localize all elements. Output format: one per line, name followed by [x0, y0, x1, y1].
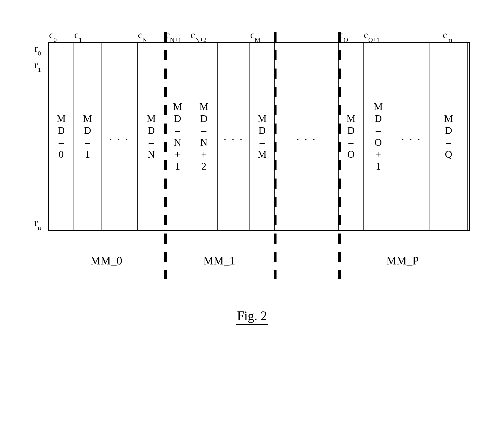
ellipsis-icon: . . .: [393, 131, 430, 143]
col-mdM: MD–M: [250, 43, 275, 230]
row-label-rn: rn: [34, 216, 41, 233]
module-label-mm1: MM_1: [164, 254, 274, 267]
column-labels-row: c0 c1 cN cN+1 cN+2 cM cO cO+1 cm: [48, 28, 470, 42]
col-label-cN1: cN+1: [164, 29, 190, 42]
col-md0: MD–0: [49, 43, 74, 230]
col-mdQ: MD–Q: [430, 43, 468, 230]
cell-mdN1: MD–N+1: [173, 101, 182, 172]
col-label-c1: c1: [73, 29, 101, 42]
cell-mdQ: MD–Q: [444, 113, 453, 160]
figure-caption: Fig. 2: [34, 308, 470, 325]
memory-grid: MD–0 MD–1 . . . MD–N MD–N+1: [48, 42, 470, 231]
cell-md0: MD–0: [56, 113, 66, 160]
row-labels: r0 r1 rn: [34, 42, 48, 75]
row-label-r0: r0: [34, 42, 48, 58]
cell-mdM: MD–M: [258, 113, 266, 160]
col-mdN1: MD–N+1: [165, 43, 190, 230]
module-labels-row: MM_0 MM_1 MM_P: [48, 254, 470, 267]
col-mdN2: MD–N+2: [190, 43, 218, 230]
col-label-cM: cM: [249, 29, 274, 42]
row-label-r1: r1: [34, 58, 48, 75]
col-ellipsis-1: . . .: [101, 43, 138, 230]
col-label-cO1: cO+1: [363, 29, 393, 42]
col-mdN: MD–N: [138, 43, 165, 230]
col-mdO: MD–O: [339, 43, 364, 230]
col-ellipsis-4: . . .: [393, 43, 430, 230]
ellipsis-icon: . . .: [101, 131, 137, 143]
memory-diagram: c0 c1 cN cN+1 cN+2 cM cO cO+1 cm r0 r1 r…: [34, 28, 470, 325]
ellipsis-icon: . . .: [275, 131, 338, 143]
col-label-cO: cO: [338, 29, 363, 42]
col-label-c0: c0: [48, 29, 73, 42]
cell-mdN2: MD–N+2: [199, 101, 208, 172]
col-ellipsis-3: . . .: [275, 43, 339, 230]
page: c0 c1 cN cN+1 cN+2 cM cO cO+1 cm r0 r1 r…: [0, 0, 504, 440]
module-label-mm0: MM_0: [48, 254, 164, 267]
cell-mdO1: MD–O+1: [374, 101, 382, 172]
col-label-cm: cm: [429, 29, 454, 42]
cell-md1: MD–1: [83, 113, 92, 160]
col-md1: MD–1: [74, 43, 101, 230]
cell-mdN: MD–N: [147, 113, 156, 160]
col-label-cN: cN: [137, 29, 164, 42]
cell-mdO: MD–O: [346, 113, 355, 160]
module-label-mmP: MM_P: [338, 254, 467, 267]
col-ellipsis-2: . . .: [218, 43, 250, 230]
ellipsis-icon: . . .: [218, 131, 249, 143]
col-mdO1: MD–O+1: [364, 43, 393, 230]
col-label-cN2: cN+2: [190, 29, 217, 42]
